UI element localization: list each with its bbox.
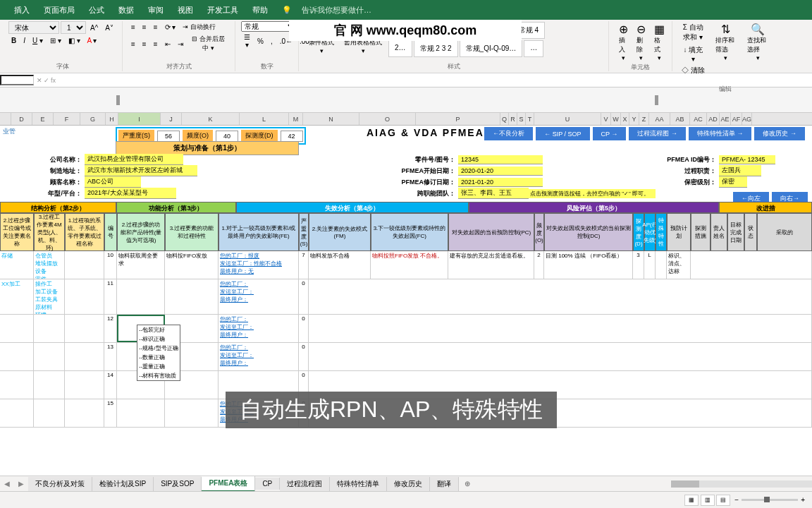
page-layout-icon[interactable]: ▥ xyxy=(701,495,715,506)
col-X[interactable]: X xyxy=(621,113,629,125)
sheet-tab[interactable]: 修改历史 xyxy=(387,477,430,491)
orient-btn[interactable]: ⟳ ▾ xyxy=(162,21,179,33)
align-center[interactable]: ≡ xyxy=(140,33,149,54)
border-btn[interactable]: ⊞ ▾ xyxy=(47,35,64,46)
dropdown-list[interactable]: --包装完好 --标识正确 --规格/型号正确 --数量正确 --重量正确 --… xyxy=(137,325,180,381)
bold-btn[interactable]: B xyxy=(8,35,19,46)
nav-spec[interactable]: 特殊特性清单 → xyxy=(689,127,752,140)
wrap-btn[interactable]: ⇥ 自动换行 xyxy=(180,21,219,33)
nav-flow[interactable]: 过程流程图 → xyxy=(629,127,686,140)
confirm-fx-icon[interactable]: ✓ xyxy=(44,77,49,84)
font-color-btn[interactable]: A ▾ xyxy=(85,35,100,46)
col-AE[interactable]: AE xyxy=(720,113,731,125)
col-AA[interactable]: AA xyxy=(649,113,670,125)
occ-value[interactable]: 40 xyxy=(216,131,238,142)
col-N[interactable]: N xyxy=(303,113,359,125)
hscroll[interactable] xyxy=(671,480,812,488)
sheet-tab[interactable]: 翻译 xyxy=(430,477,459,491)
col-T[interactable]: T xyxy=(526,113,534,125)
owner-val[interactable]: 左国兵 xyxy=(719,165,761,176)
tab-view[interactable]: 视图 xyxy=(171,1,200,20)
col-Y[interactable]: Y xyxy=(629,113,639,125)
col-P[interactable]: P xyxy=(416,113,500,125)
sheet-tab[interactable]: 不良分析及对策 xyxy=(28,477,92,491)
sheet-tab[interactable]: SIP及SOP xyxy=(154,477,202,491)
cust-val[interactable]: ABC公司 xyxy=(85,176,141,188)
font-grow[interactable]: A^ xyxy=(87,21,101,34)
align-mid[interactable]: ≡ xyxy=(140,21,149,33)
dropdown-item[interactable]: --数量正确 xyxy=(137,353,180,362)
nav-cp[interactable]: CP → xyxy=(593,127,627,140)
col-H[interactable]: H xyxy=(106,113,118,125)
font-size-select[interactable]: 10 xyxy=(61,21,86,34)
nav-sip[interactable]: ← SIP / SOP xyxy=(536,127,589,140)
style-box-up[interactable]: 2… xyxy=(388,40,412,57)
team-val[interactable]: 张三、李四、王五 xyxy=(458,188,529,199)
sev-value[interactable]: 56 xyxy=(157,131,180,142)
fx-icon[interactable]: fx xyxy=(51,77,56,84)
id-val[interactable]: PFMEA- 12345 xyxy=(719,155,775,164)
year-val[interactable]: 2021年/大众某某型号 xyxy=(85,188,176,199)
sort-filter-btn[interactable]: ⇅排序和筛选 ▾ xyxy=(711,21,741,85)
col-AB[interactable]: AB xyxy=(670,113,690,125)
add-sheet-icon[interactable]: ⊕ xyxy=(459,480,476,488)
zoom-slider[interactable] xyxy=(742,499,798,501)
col-G[interactable]: G xyxy=(80,113,106,125)
indent-inc[interactable]: ⇥ xyxy=(175,33,186,54)
sheet-tab[interactable]: CP xyxy=(255,478,280,490)
align-bot[interactable]: ≡ xyxy=(151,21,161,33)
underline-btn[interactable]: U ▾ xyxy=(30,35,46,46)
style-box-6[interactable]: 常规_QI-Q-09… xyxy=(460,40,523,57)
tab-nav-prev[interactable]: ◀ xyxy=(0,480,14,488)
style-box-more[interactable]: … xyxy=(524,40,543,57)
comma-btn[interactable]: , xyxy=(268,32,276,50)
col-S[interactable]: S xyxy=(517,113,526,125)
percent-btn[interactable]: % xyxy=(254,32,266,50)
name-box[interactable] xyxy=(0,75,34,85)
tab-insert[interactable]: 插入 xyxy=(7,1,37,20)
col-D[interactable]: D xyxy=(11,113,32,125)
fill-btn[interactable]: ↓ 填充 ▾ xyxy=(678,44,708,64)
col-M[interactable]: M xyxy=(289,113,303,125)
tab-help[interactable]: 帮助 xyxy=(245,1,275,20)
col-W[interactable]: W xyxy=(611,113,621,125)
col-E[interactable]: E xyxy=(32,113,54,125)
tab-nav-next[interactable]: ▶ xyxy=(14,480,28,488)
nav-defect[interactable]: ←不良分析 xyxy=(484,127,533,140)
level-val[interactable]: 保密 xyxy=(719,176,747,188)
col-AC[interactable]: AC xyxy=(690,113,707,125)
insert-btn[interactable]: ⊕插入 ▾ xyxy=(615,21,632,63)
col-F[interactable]: F xyxy=(54,113,80,125)
currency-btn[interactable]: ☰ ▾ xyxy=(241,32,253,50)
tab-dev[interactable]: 开发工具 xyxy=(200,1,245,20)
rev-val[interactable]: 2021-01-20 xyxy=(458,178,543,187)
col-J[interactable]: J xyxy=(161,113,182,125)
split-handle-icon[interactable] xyxy=(116,95,120,105)
font-name-select[interactable]: 宋体 xyxy=(8,21,59,34)
dropdown-item[interactable]: --重量正确 xyxy=(137,362,180,371)
merge-btn[interactable]: ⊟ 合并后居中 ▾ xyxy=(187,33,229,54)
sheet-tab[interactable]: 检验计划及SIP xyxy=(92,477,154,491)
addr-val[interactable]: 武汉市东湖新技术开发区左岭新城 xyxy=(85,165,197,176)
font-shrink[interactable]: A˅ xyxy=(102,21,116,34)
col-O[interactable]: O xyxy=(359,113,416,125)
zoom-in-icon[interactable]: + xyxy=(801,496,805,504)
col-U[interactable]: U xyxy=(534,113,601,125)
delete-btn[interactable]: ⊖删除 ▾ xyxy=(632,21,650,63)
align-left[interactable]: ≡ xyxy=(128,33,138,54)
tab-data[interactable]: 数据 xyxy=(111,1,141,20)
cancel-fx-icon[interactable]: ✕ xyxy=(37,77,42,84)
fill-color-btn[interactable]: ◧ ▾ xyxy=(66,35,83,46)
page-break-icon[interactable]: ▤ xyxy=(716,495,730,506)
zoom-control[interactable]: − + xyxy=(734,496,805,504)
style-box-5[interactable]: 常规 2 3 2 xyxy=(414,40,458,57)
dropdown-item[interactable]: --规格/型号正确 xyxy=(137,344,180,353)
col-R[interactable]: R xyxy=(509,113,517,125)
sheet-tab[interactable]: 过程流程图 xyxy=(280,477,330,491)
split-handle-icon-2[interactable] xyxy=(655,95,658,105)
tab-formulas[interactable]: 公式 xyxy=(82,1,111,20)
align-right[interactable]: ≡ xyxy=(151,33,161,54)
col-AG[interactable]: AG xyxy=(742,113,752,125)
format-btn[interactable]: ▦格式 ▾ xyxy=(650,21,669,63)
col-AD[interactable]: AD xyxy=(707,113,720,125)
